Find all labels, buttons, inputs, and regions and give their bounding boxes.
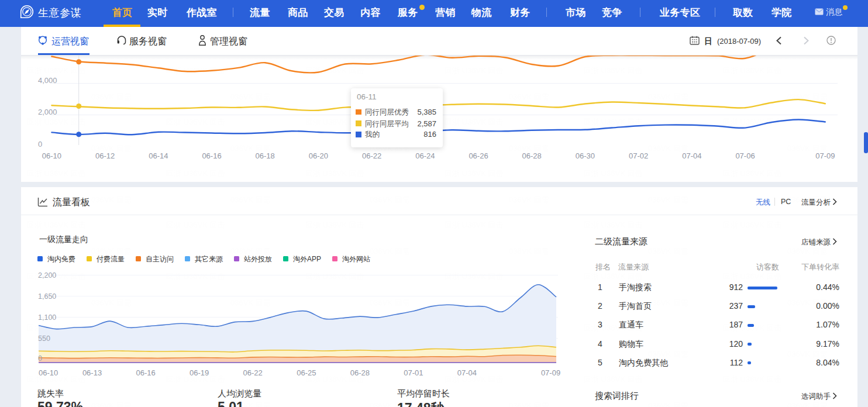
svg-text:0: 0 <box>38 354 42 363</box>
svg-text:06-24: 06-24 <box>415 151 435 160</box>
svg-text:06-25: 06-25 <box>297 368 316 377</box>
svg-text:06-19: 06-19 <box>190 368 209 377</box>
svg-text:550: 550 <box>38 334 50 343</box>
svg-text:06-28: 06-28 <box>522 151 542 160</box>
svg-text:07-01: 07-01 <box>404 368 423 377</box>
svg-text:07-09: 07-09 <box>541 368 560 377</box>
svg-text:06-16: 06-16 <box>202 151 221 160</box>
svg-text:07-02: 07-02 <box>629 151 648 160</box>
svg-text:06-14: 06-14 <box>149 151 168 160</box>
svg-text:07-06: 07-06 <box>735 151 755 160</box>
svg-text:06-12: 06-12 <box>95 151 115 160</box>
svg-text:06-28: 06-28 <box>350 368 370 377</box>
svg-text:06-18: 06-18 <box>256 151 275 160</box>
svg-text:06-13: 06-13 <box>82 368 102 377</box>
svg-text:07-04: 07-04 <box>682 151 701 160</box>
svg-text:0: 0 <box>38 140 42 149</box>
svg-text:06-26: 06-26 <box>469 151 488 160</box>
svg-text:06-22: 06-22 <box>362 151 381 160</box>
svg-text:07-09: 07-09 <box>815 151 835 160</box>
svg-text:06-20: 06-20 <box>309 151 328 160</box>
svg-text:1,650: 1,650 <box>38 292 56 301</box>
svg-text:07-04: 07-04 <box>457 368 477 377</box>
svg-text:2,200: 2,200 <box>38 271 56 280</box>
svg-text:06-10: 06-10 <box>39 368 58 377</box>
svg-text:06-22: 06-22 <box>243 368 263 377</box>
svg-text:06-30: 06-30 <box>576 151 595 160</box>
svg-text:06-16: 06-16 <box>136 368 155 377</box>
svg-text:06-10: 06-10 <box>42 151 61 160</box>
svg-text:4,000: 4,000 <box>38 76 57 85</box>
svg-text:1,100: 1,100 <box>38 313 56 322</box>
svg-text:2,000: 2,000 <box>38 108 57 116</box>
